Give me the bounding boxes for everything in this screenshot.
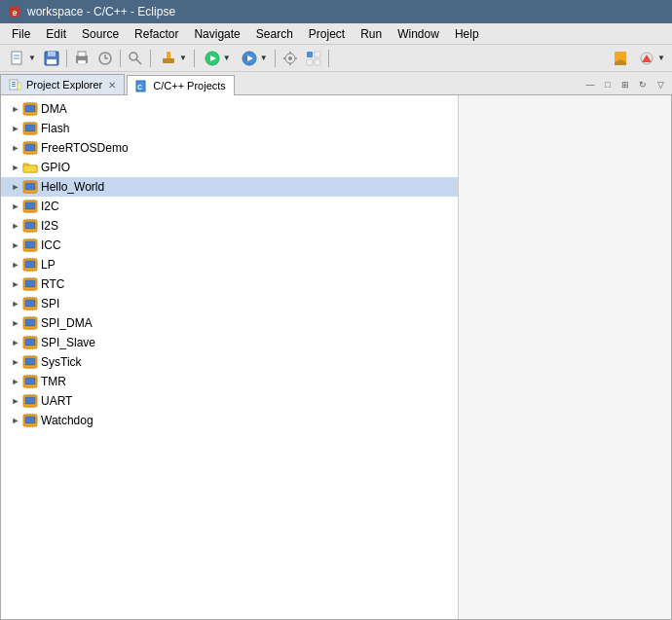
menu-edit[interactable]: Edit [38, 25, 74, 43]
tree-item-tmr[interactable]: ► TMR [1, 372, 458, 391]
tree-toggle-flash: ► [9, 122, 22, 135]
svg-rect-100 [25, 261, 35, 268]
svg-rect-140 [25, 358, 35, 365]
tree-toggle-i2s: ► [9, 219, 22, 233]
tree-item-i2c[interactable]: ► I2C [1, 197, 458, 216]
bookmarks-btn[interactable] [610, 48, 631, 69]
tree-item-uart[interactable]: ► UART [1, 391, 458, 411]
menu-search[interactable]: Search [248, 25, 301, 43]
tree-item-spi_slave[interactable]: ► SPI_Slave [1, 333, 458, 352]
tree-icon-flash [22, 121, 38, 136]
tree-item-watchdog[interactable]: ► Watchdog [1, 411, 458, 430]
cpp-projects-tab-icon: C [135, 79, 149, 92]
debug-btn[interactable] [239, 48, 260, 69]
tree-icon-icc [22, 237, 38, 253]
history-btn[interactable] [94, 48, 116, 69]
menu-run[interactable]: Run [353, 25, 390, 43]
debug-dropdown[interactable]: ▼ [236, 46, 271, 71]
svg-point-22 [288, 56, 292, 60]
new-btn[interactable] [7, 48, 28, 69]
sep-6 [328, 50, 329, 67]
tree-label-rtc: RTC [41, 277, 64, 291]
menu-source[interactable]: Source [74, 25, 127, 43]
menu-bar: File Edit Source Refactor Navigate Searc… [0, 23, 672, 45]
next-anno-dropdown[interactable]: ▼ [633, 46, 668, 71]
tree-toggle-hello_world: ► [9, 180, 22, 194]
tab-cpp-projects[interactable]: C C/C++ Projects [127, 75, 235, 95]
tree-label-gpio: GPIO [41, 161, 70, 174]
svg-rect-51 [25, 125, 35, 131]
tree-toggle-systick: ► [9, 355, 22, 369]
svg-rect-15 [163, 58, 174, 63]
build-btn[interactable] [158, 48, 179, 69]
tab-strip-actions: — □ ⊞ ↻ ▽ [579, 74, 672, 94]
tree-item-lp[interactable]: ► LP [1, 255, 458, 274]
tree-toggle-freertos: ► [9, 141, 22, 155]
tree-item-systick[interactable]: ► SysTick [1, 352, 458, 372]
tree-label-freertos: FreeRTOSDemo [41, 141, 129, 155]
sync-btn[interactable]: ↻ [635, 77, 651, 92]
menu-project[interactable]: Project [301, 25, 353, 43]
project-explorer-tab-label: Project Explorer [26, 79, 102, 91]
tree-label-spi_slave: SPI_Slave [41, 336, 95, 349]
open-perspective-btn[interactable] [303, 48, 324, 69]
title-text: workspace - C/C++ - Eclipse [27, 5, 175, 18]
project-explorer-close[interactable]: ✕ [108, 80, 116, 91]
ext-tools-btn[interactable] [280, 48, 301, 69]
svg-rect-116 [25, 300, 35, 307]
tree-icon-lp [22, 257, 38, 273]
tree-icon-rtc [22, 276, 38, 292]
maximize-tab-btn[interactable]: □ [600, 77, 616, 92]
tree-item-flash[interactable]: ► Flash [1, 119, 458, 138]
tree-toggle-uart: ► [9, 394, 22, 408]
menu-help[interactable]: Help [447, 25, 487, 43]
tree-item-freertos[interactable]: ► FreeRTOSDemo [1, 138, 458, 158]
tree-item-gpio[interactable]: ► GPIO [1, 158, 458, 177]
search-btn[interactable] [125, 48, 146, 69]
svg-text:e: e [12, 8, 17, 18]
tab-project-explorer[interactable]: Project Explorer ✕ [0, 74, 125, 94]
tree-item-hello_world[interactable]: ► Hello_World [1, 177, 458, 197]
new-dropdown[interactable]: ▼ [4, 46, 39, 71]
run-btn[interactable] [202, 48, 223, 69]
svg-rect-6 [48, 52, 56, 56]
svg-rect-66 [23, 165, 37, 172]
view-menu-btn[interactable]: ⊞ [617, 77, 633, 92]
collapse-tab-btn[interactable]: ▽ [653, 77, 668, 92]
next-anno-btn[interactable] [636, 48, 657, 69]
run-dropdown[interactable]: ▼ [199, 46, 234, 71]
print-btn[interactable] [71, 48, 93, 69]
tree-toggle-dma: ► [9, 102, 22, 116]
svg-rect-108 [25, 280, 35, 287]
menu-navigate[interactable]: Navigate [186, 25, 247, 43]
tree-item-spi[interactable]: ► SPI [1, 294, 458, 313]
minimize-tab-btn[interactable]: — [582, 77, 598, 92]
tree-item-spi_dma[interactable]: ► SPI_DMA [1, 313, 458, 333]
save-btn[interactable] [41, 48, 62, 69]
tree-item-rtc[interactable]: ► RTC [1, 274, 458, 294]
menu-window[interactable]: Window [390, 25, 447, 43]
svg-rect-132 [25, 339, 35, 346]
tree-toggle-lp: ► [9, 258, 22, 272]
tree-item-i2s[interactable]: ► I2S [1, 216, 458, 236]
svg-rect-7 [47, 59, 56, 64]
tree-label-lp: LP [41, 258, 56, 272]
svg-rect-38 [12, 86, 16, 87]
build-dropdown[interactable]: ▼ [155, 46, 190, 71]
tree-icon-watchdog [22, 413, 38, 428]
tree-icon-spi [22, 296, 38, 311]
svg-rect-164 [25, 417, 35, 423]
sep-1 [66, 50, 67, 67]
tree-item-icc[interactable]: ► ICC [1, 236, 458, 255]
sep-5 [275, 50, 276, 67]
svg-rect-92 [25, 241, 35, 248]
menu-file[interactable]: File [4, 25, 38, 43]
tree-item-dma[interactable]: ► DMA [1, 99, 458, 119]
debug-arrow: ▼ [260, 54, 268, 62]
build-arrow: ▼ [179, 54, 187, 62]
new-arrow: ▼ [28, 54, 36, 62]
tree-icon-i2c [22, 199, 38, 214]
tree-toggle-spi_slave: ► [9, 336, 22, 349]
menu-refactor[interactable]: Refactor [127, 25, 186, 43]
tree-icon-gpio [22, 160, 38, 175]
